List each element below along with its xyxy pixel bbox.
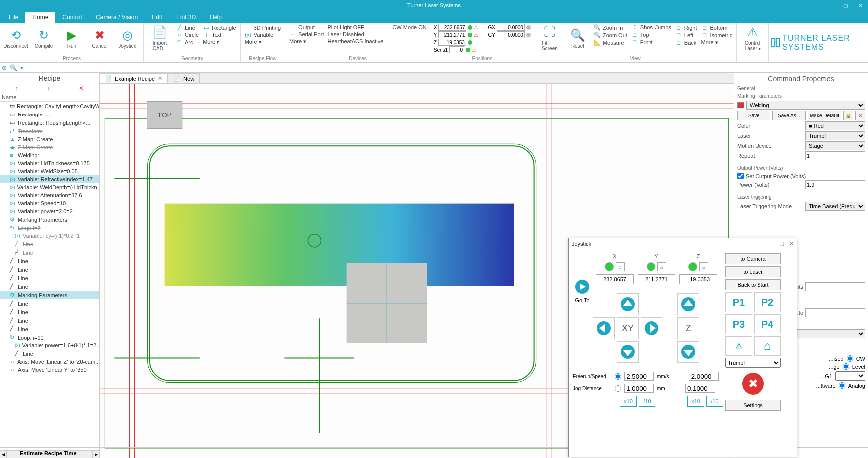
extra-input-2[interactable] <box>805 308 865 317</box>
recipe-item[interactable]: ╱Line <box>0 240 99 248</box>
recipe-item[interactable]: ↔Axis: Move 'Linear Y' to '350' <box>0 366 99 374</box>
show-jumps-button[interactable]: ⤴Show Jumps <box>630 24 672 31</box>
freerun-radio[interactable] <box>615 373 621 380</box>
xy-right-button[interactable] <box>641 317 662 339</box>
z-down-button[interactable] <box>677 341 699 363</box>
y-status-icon[interactable] <box>647 262 655 271</box>
recipe-flow-more-button[interactable]: More ▾ <box>244 38 282 46</box>
menu-file[interactable]: File <box>2 12 25 23</box>
reset-button[interactable]: 🔍Reset <box>565 24 591 53</box>
motion-select[interactable]: Stage <box>805 141 865 150</box>
view-right-button[interactable]: ◻Right <box>674 24 698 31</box>
measure-button[interactable]: 📐Measure <box>593 39 628 46</box>
joystick-button[interactable]: ◎Joystick <box>114 24 140 53</box>
recipe-item[interactable]: ▭Rectangle: CavityLength×CavityW <box>0 102 99 110</box>
radio-cw[interactable] <box>847 355 853 362</box>
pos-y-input[interactable] <box>438 31 466 38</box>
zoom-out-button[interactable]: 🔍Zoom Out <box>593 31 628 39</box>
recipe-item[interactable]: ↔Axis: Move 'Linear Z' to 'Z0-cam...' <box>0 358 99 366</box>
extra-input-1[interactable] <box>805 282 865 291</box>
menu-edit[interactable]: Edit <box>145 12 169 23</box>
joy-close-icon[interactable]: ✕ <box>789 240 794 247</box>
radio-level[interactable] <box>843 363 849 370</box>
make-default-button[interactable]: Make Default <box>808 111 841 120</box>
z-speed-input[interactable] <box>689 372 719 381</box>
z-d10-button[interactable]: /10 <box>706 396 723 407</box>
recipe-item[interactable]: (x)Variable: LidThickness=0.175 <box>0 159 99 167</box>
pos-sens1-input[interactable] <box>449 46 464 53</box>
compile-button[interactable]: ↻Compile <box>31 24 57 53</box>
preset-select[interactable]: Welding <box>746 101 865 110</box>
pos-z-input[interactable] <box>438 39 466 46</box>
back-to-start-button[interactable]: Back to Start <box>725 279 781 290</box>
xy-down-button[interactable] <box>617 341 639 363</box>
xy-speed-input[interactable] <box>624 372 654 381</box>
laser-select[interactable]: Trumpf <box>805 131 865 140</box>
fit-screen-button[interactable]: ⛶Fit Screen <box>537 24 563 53</box>
color-select[interactable]: ■ Red <box>805 121 865 130</box>
y-coord-input[interactable] <box>638 274 675 284</box>
menu-camera-vision[interactable]: Camera / Vision <box>89 12 145 23</box>
recipe-item[interactable]: ╱Line <box>0 316 99 325</box>
3d-printing-button[interactable]: ≣3D Printing <box>244 24 282 31</box>
laser-warn-button[interactable]: ⚠ <box>725 336 752 356</box>
doc-tab-example-recipe[interactable]: 📄Example Recipe✕ <box>100 73 168 83</box>
joy-minimize-icon[interactable]: — <box>769 240 774 247</box>
view-isometric-button[interactable]: ◻Isometric <box>700 31 734 39</box>
variable-button[interactable]: (x)Variable <box>244 31 282 38</box>
preset-p3-button[interactable]: P3 <box>725 314 752 334</box>
recipe-item[interactable]: ╱Line <box>0 274 99 282</box>
menu-home[interactable]: Home <box>25 12 55 23</box>
geometry-text-button[interactable]: TText <box>202 31 237 38</box>
preset-p2-button[interactable]: P2 <box>754 292 781 312</box>
doc-tab-new[interactable]: 📄New <box>168 73 200 83</box>
lock-button[interactable]: 🔒 <box>843 111 853 120</box>
xy-d10-button[interactable]: /10 <box>639 396 655 407</box>
view-front-button[interactable]: ◻Front <box>630 38 672 46</box>
recipe-item[interactable]: ≡Welding: <box>0 151 99 159</box>
repeat-input[interactable] <box>805 151 865 160</box>
recipe-item[interactable]: ╱Line <box>0 308 99 316</box>
toolbar-icon[interactable]: ⊕ <box>2 64 7 71</box>
view-back-button[interactable]: ◻Back <box>674 39 698 46</box>
menu-help[interactable]: Help <box>203 12 229 23</box>
x-coord-input[interactable] <box>596 274 634 284</box>
x-home-icon[interactable]: ⌂ <box>616 262 625 271</box>
pos-gx-input[interactable] <box>497 24 525 31</box>
devices-more-button[interactable]: More ▾ <box>288 38 325 45</box>
import-cad-button[interactable]: 📄Import CAD <box>147 24 173 53</box>
xy-jog-input[interactable] <box>624 384 654 393</box>
view-left-button[interactable]: ◻Left <box>674 31 698 39</box>
recipe-item[interactable]: ▭Rectangle: ... <box>0 110 99 118</box>
z-coord-input[interactable] <box>679 274 717 284</box>
x-status-icon[interactable] <box>605 262 614 271</box>
recipe-down-button[interactable]: ↓ <box>47 85 50 92</box>
radio-g1-select[interactable] <box>835 371 865 381</box>
z-jog-input[interactable] <box>685 384 715 393</box>
recipe-item[interactable]: ╱Line <box>0 257 99 265</box>
geometry-arc-button[interactable]: ◠Arc <box>175 38 200 46</box>
joy-maximize-icon[interactable]: ▢ <box>779 240 784 247</box>
xy-up-button[interactable] <box>617 293 639 315</box>
recipe-up-button[interactable]: ↑ <box>15 85 18 92</box>
geometry-line-button[interactable]: ╱Line <box>175 24 200 31</box>
recipe-tree[interactable]: ▭Rectangle: CavityLength×CavityW▭Rectang… <box>0 102 99 450</box>
recipe-item[interactable]: (x)Variable: RefractiveIndex=1.47 <box>0 175 99 183</box>
save-button[interactable]: Save <box>737 111 770 120</box>
view-more-button[interactable]: More ▾ <box>700 39 734 46</box>
geometry-rectangle-button[interactable]: ▭Rectangle <box>202 24 237 31</box>
disconnect-button[interactable]: ⟲Disconnect <box>3 24 29 53</box>
z-status-icon[interactable] <box>688 262 697 271</box>
recipe-item[interactable]: ↻Loop: i=10 <box>0 333 99 342</box>
view-top-button[interactable]: ◻Top <box>630 31 672 38</box>
trig-mode-select[interactable]: Time Based (Frequency Dr <box>805 202 865 211</box>
estimate-recipe-time-button[interactable]: Estimate Recipe Time <box>20 450 77 456</box>
z-x10-button[interactable]: x10 <box>687 396 704 407</box>
cw-mode-status[interactable]: CW Mode ON <box>391 24 427 31</box>
window-maximize-icon[interactable]: ▢ <box>838 1 852 10</box>
window-close-icon[interactable]: ✕ <box>853 1 867 10</box>
recipe-item[interactable]: ╱Line <box>0 299 99 308</box>
save-as-button[interactable]: Save As... <box>772 111 806 120</box>
recipe-item[interactable]: ╱Line <box>0 282 99 291</box>
recipe-item[interactable]: (x)Variable: power=2.0=2 <box>0 207 99 215</box>
